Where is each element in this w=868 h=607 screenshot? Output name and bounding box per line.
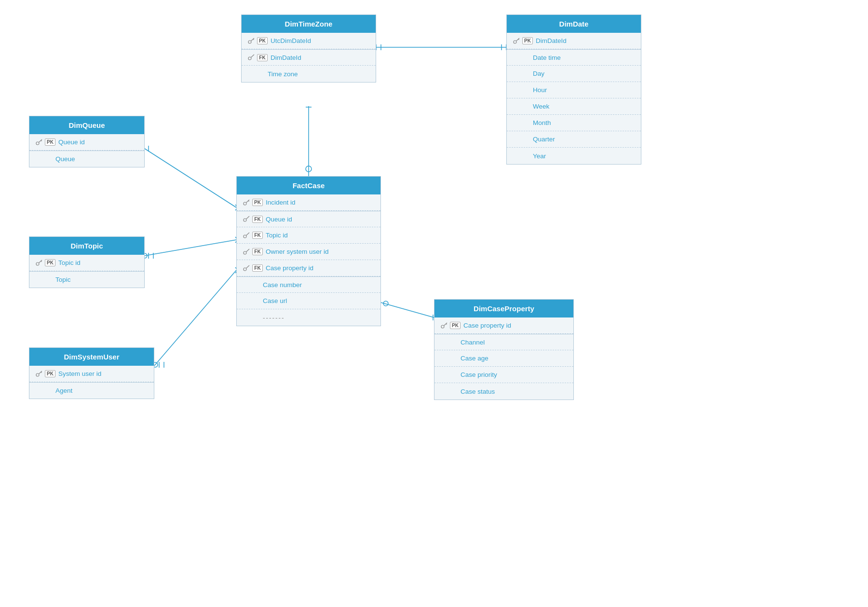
svg-line-49: [246, 249, 250, 252]
entity-header-dimcaseproperty: DimCaseProperty: [434, 300, 573, 317]
entity-body-dimqueue: PK Queue id Queue: [29, 134, 144, 167]
pk-badge: PK: [45, 370, 55, 377]
pk-badge: PK: [45, 138, 55, 146]
entity-row: PK Topic id: [29, 255, 144, 271]
field-name: Case number: [263, 281, 302, 289]
entity-dimdate: DimDate PK DimDateId Date time Day Hour …: [506, 14, 641, 165]
field-name: Topic: [55, 276, 71, 283]
svg-line-32: [253, 39, 254, 40]
entity-row: PK Case property id: [434, 317, 573, 334]
key-icon: [35, 370, 43, 378]
entity-title-dimqueue: DimQueue: [68, 121, 105, 129]
svg-point-38: [36, 142, 39, 145]
entity-body-dimsystemuser: PK System user id Agent: [29, 366, 154, 399]
field-name: DimDateId: [536, 37, 567, 44]
key-icon: [243, 248, 250, 256]
entity-row: Queue: [29, 151, 144, 167]
fk-badge: FK: [257, 54, 268, 61]
entity-dimcaseproperty: DimCaseProperty PK Case property id Chan…: [434, 299, 574, 400]
field-name: Date time: [533, 54, 561, 61]
entity-row: Channel: [434, 334, 573, 350]
key-icon: [35, 259, 43, 267]
entity-header-dimsystemuser: DimSystemUser: [29, 348, 154, 366]
field-name: Case property id: [266, 264, 313, 272]
key-icon: [440, 322, 448, 330]
svg-line-47: [246, 233, 250, 235]
svg-line-60: [446, 324, 447, 325]
field-name: Topic id: [266, 232, 288, 239]
key-icon: [35, 138, 43, 146]
key-icon: [513, 37, 520, 45]
entity-row: Month: [507, 115, 641, 131]
svg-point-35: [514, 41, 516, 43]
svg-point-30: [248, 41, 251, 43]
entity-body-factcase: PK Incident id FK Queue id FK Topic id F…: [237, 194, 380, 326]
svg-point-29: [383, 301, 388, 306]
entity-dimqueue: DimQueue PK Queue id Queue: [29, 116, 145, 167]
entity-row: Quarter: [507, 131, 641, 148]
entity-dimsystemuser: DimSystemUser PK System user id Agent: [29, 347, 154, 399]
field-name: Topic id: [58, 259, 81, 266]
entity-row: FK Queue id: [237, 211, 380, 227]
entity-header-dimdate: DimDate: [507, 15, 641, 33]
field-name: Year: [533, 152, 546, 160]
fk-badge: FK: [252, 248, 263, 255]
svg-point-55: [36, 373, 39, 376]
key-icon: [243, 264, 250, 272]
field-name: Case property id: [463, 322, 511, 329]
svg-point-7: [306, 166, 312, 172]
svg-line-45: [246, 216, 250, 219]
svg-line-9: [145, 149, 236, 207]
field-name: Case age: [461, 355, 488, 362]
entity-title-dimsystemuser: DimSystemUser: [64, 353, 119, 361]
field-name: Case priority: [461, 371, 497, 378]
field-name: Month: [533, 119, 551, 126]
entity-row: Day: [507, 66, 641, 82]
svg-line-14: [145, 240, 236, 256]
svg-line-37: [518, 39, 519, 40]
diagram-container: DimTimeZone PK UtcDimDateId FK DimDateId…: [0, 0, 868, 607]
key-icon: [243, 232, 250, 239]
field-name: Case status: [461, 388, 495, 395]
entity-row: FK Case property id: [237, 260, 380, 276]
field-name: System user id: [58, 370, 101, 377]
svg-line-54: [41, 261, 42, 262]
entity-dimtopic: DimTopic PK Topic id Topic: [29, 236, 145, 288]
key-icon: [247, 54, 255, 61]
svg-point-33: [248, 57, 251, 60]
entity-row: Topic: [29, 271, 144, 288]
svg-line-43: [248, 201, 249, 202]
entity-title-dimcaseproperty: DimCaseProperty: [474, 304, 534, 313]
svg-line-57: [41, 372, 42, 373]
entity-row: Date time: [507, 49, 641, 66]
svg-point-48: [244, 251, 246, 254]
entity-title-dimtimezone: DimTimeZone: [285, 20, 333, 28]
field-name: Queue id: [266, 216, 292, 223]
svg-line-40: [41, 140, 42, 141]
entity-row: PK DimDateId: [507, 33, 641, 49]
key-icon: [247, 37, 255, 45]
entity-header-dimtimezone: DimTimeZone: [242, 15, 376, 33]
svg-line-20: [154, 270, 236, 366]
entity-row: PK System user id: [29, 366, 154, 382]
svg-point-44: [244, 219, 246, 221]
field-name: DimDateId: [271, 54, 301, 61]
entity-row: FK Topic id: [237, 227, 380, 244]
key-icon: [243, 215, 250, 223]
entity-title-factcase: FactCase: [293, 181, 325, 190]
entity-row: Case priority: [434, 367, 573, 383]
field-name: Day: [533, 70, 544, 77]
svg-line-26: [381, 303, 434, 317]
entity-title-dimdate: DimDate: [559, 20, 589, 28]
entity-row: PK Incident id: [237, 194, 380, 211]
entity-row: Year: [507, 148, 641, 164]
entity-row: Agent: [29, 382, 154, 399]
field-name: Time zone: [268, 70, 298, 78]
svg-point-50: [244, 268, 246, 271]
pk-badge: PK: [252, 199, 263, 206]
entity-header-dimqueue: DimQueue: [29, 116, 144, 134]
entity-body-dimtopic: PK Topic id Topic: [29, 255, 144, 288]
svg-point-58: [441, 325, 444, 328]
entity-row: FK Owner system user id: [237, 244, 380, 260]
entity-header-factcase: FactCase: [237, 177, 380, 194]
